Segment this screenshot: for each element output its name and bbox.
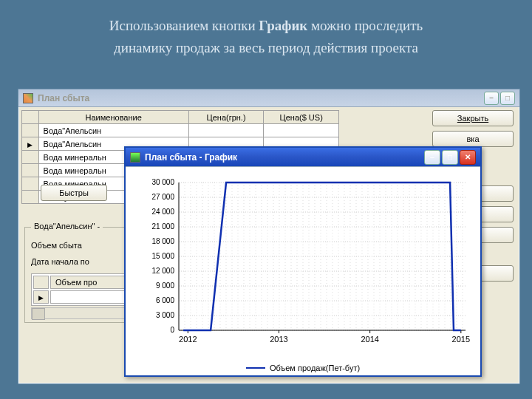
svg-text:6 000: 6 000 bbox=[156, 296, 174, 304]
svg-text:2013: 2013 bbox=[270, 335, 287, 344]
chart-app-icon bbox=[130, 152, 140, 163]
chart-maximize-button[interactable]: □ bbox=[442, 150, 458, 165]
row-pointer-icon: ▶ bbox=[38, 294, 44, 301]
groupbox-title: Вода"Апельсин" - bbox=[31, 222, 103, 231]
row-pointer-icon: ▶ bbox=[27, 141, 33, 149]
window-title: План сбыта bbox=[38, 93, 480, 103]
svg-text:21 000: 21 000 bbox=[151, 222, 174, 231]
slide-caption: Использованием кнопки График можно просл… bbox=[0, 0, 532, 64]
legend-text: Объем продаж(Пет-бут) bbox=[270, 364, 360, 372]
chart-legend: Объем продаж(Пет-бут) bbox=[126, 364, 480, 372]
chart-titlebar[interactable]: План сбыта - График – □ ✕ bbox=[126, 148, 480, 167]
titlebar[interactable]: План сбыта – □ bbox=[18, 89, 519, 107]
corner-cell bbox=[22, 111, 39, 124]
app-icon bbox=[23, 93, 33, 103]
svg-text:2014: 2014 bbox=[361, 335, 378, 344]
chart-plot: 03 0006 0009 00012 00015 00018 00021 000… bbox=[133, 173, 473, 355]
chart-minimize-button[interactable]: – bbox=[424, 150, 440, 165]
table-row[interactable]: Вода"Апельсин bbox=[22, 124, 339, 137]
svg-text:24 000: 24 000 bbox=[151, 208, 174, 216]
chart-close-button[interactable]: ✕ bbox=[460, 150, 476, 165]
chart-svg: 03 0006 0009 00012 00015 00018 00021 000… bbox=[133, 173, 473, 355]
caption-part1: Использованием кнопки bbox=[109, 18, 259, 33]
svg-text:18 000: 18 000 bbox=[151, 237, 174, 245]
minimize-button[interactable]: – bbox=[484, 92, 499, 105]
svg-text:0: 0 bbox=[170, 326, 174, 334]
caption-part2: можно проследить bbox=[307, 18, 423, 33]
svg-text:9 000: 9 000 bbox=[156, 282, 174, 290]
svg-text:27 000: 27 000 bbox=[151, 193, 174, 201]
chart-window: План сбыта - График – □ ✕ 03 0006 0009 0… bbox=[124, 146, 482, 377]
svg-text:3 000: 3 000 bbox=[156, 311, 174, 319]
svg-text:15 000: 15 000 bbox=[151, 252, 174, 260]
legend-line-icon bbox=[246, 367, 265, 369]
quick-button[interactable]: Быстры bbox=[41, 185, 107, 201]
chart-window-title: План сбыта - График bbox=[145, 152, 420, 163]
svg-text:2012: 2012 bbox=[179, 335, 197, 344]
maximize-button[interactable]: □ bbox=[500, 92, 515, 105]
svg-text:2015: 2015 bbox=[452, 335, 470, 344]
svg-text:30 000: 30 000 bbox=[151, 178, 174, 186]
col-name: Наименование bbox=[38, 111, 188, 124]
close-button[interactable]: Закрыть bbox=[432, 110, 514, 126]
caption-bold: График bbox=[259, 18, 307, 33]
side-button[interactable]: вка bbox=[432, 131, 514, 147]
caption-line2: динамику продаж за весь период действия … bbox=[114, 40, 418, 55]
svg-text:12 000: 12 000 bbox=[151, 267, 174, 275]
col-price-usd: Цена($ US) bbox=[264, 111, 339, 124]
col-price-grn: Цена(грн.) bbox=[188, 111, 264, 124]
